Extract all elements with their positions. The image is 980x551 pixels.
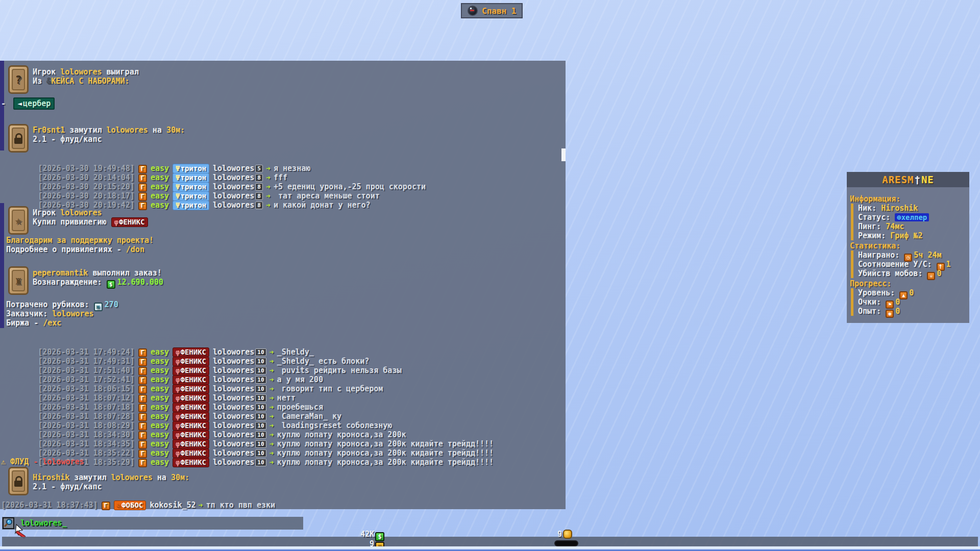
- player-name[interactable]: lolowores: [60, 67, 102, 77]
- player-name[interactable]: lolowores: [213, 375, 254, 384]
- arrow-icon: ➔: [270, 430, 274, 439]
- bank-icon: ♜: [8, 266, 29, 295]
- moderator-badge[interactable]: Г: [138, 459, 147, 467]
- moderator-badge[interactable]: Г: [138, 183, 147, 192]
- moderator-badge[interactable]: Г: [138, 413, 147, 421]
- clan-badge[interactable]: φФЕНИКС: [173, 393, 209, 403]
- player-name[interactable]: lolowores: [213, 430, 254, 439]
- clan-badge[interactable]: ♨ФОБОС: [114, 500, 146, 510]
- player-name[interactable]: lolowores: [213, 201, 254, 210]
- player-name[interactable]: lolowores: [213, 412, 254, 421]
- timestamp: [2026-03-31 18:08:29]: [38, 421, 135, 430]
- rank-label: easy: [151, 201, 169, 210]
- player-name[interactable]: lolowores: [111, 473, 153, 482]
- command-link[interactable]: /exc: [43, 318, 61, 328]
- timestamp: [2026-03-31 18:34:35]: [38, 439, 135, 448]
- moderator-badge[interactable]: Г: [138, 449, 147, 458]
- clan-badge[interactable]: φФЕНИКС: [173, 357, 209, 366]
- warning-icon: ⚠: [1, 457, 10, 466]
- chat-message-row: [2026-03-31 18:37:43]Г♨ФОБОСkokosik_52➔т…: [1, 500, 275, 510]
- prize-badge[interactable]: ◄цербер: [13, 97, 55, 110]
- reward-amount: 12.690.000: [117, 278, 163, 287]
- arrow-icon: ➔: [270, 448, 274, 458]
- clan-badge[interactable]: φФЕНИКС: [173, 384, 209, 394]
- chat-scrollbar-thumb[interactable]: [561, 148, 566, 161]
- clan-badge[interactable]: φФЕНИКС: [173, 430, 209, 440]
- player-name[interactable]: lolowores: [52, 309, 93, 318]
- clan-badge[interactable]: φФЕНИКС: [173, 412, 209, 421]
- moderator-badge[interactable]: Г: [138, 174, 147, 183]
- level-badge: 8: [255, 174, 263, 182]
- clan-badge[interactable]: φФЕНИКС: [173, 403, 209, 412]
- message-text: _Sheldy_: [277, 347, 314, 357]
- player-name[interactable]: kokosik_52: [150, 500, 195, 510]
- clan-badge[interactable]: φФЕНИКС: [173, 366, 209, 375]
- player-name[interactable]: lolowores: [107, 126, 148, 135]
- player-name[interactable]: lolowores: [213, 458, 254, 467]
- moderator-badge[interactable]: Г: [138, 404, 147, 412]
- clan-badge[interactable]: Ψтритон: [173, 182, 209, 192]
- spawn-tab[interactable]: Спавн 1: [461, 3, 523, 18]
- clan-icon: φ: [176, 348, 180, 356]
- clan-badge[interactable]: φФЕНИКС: [173, 439, 209, 449]
- moderator-badge[interactable]: Г: [102, 502, 110, 510]
- clan-badge[interactable]: Ψтритон: [173, 173, 209, 183]
- moderator-badge[interactable]: Г: [138, 394, 147, 403]
- moderator-badge[interactable]: Г: [138, 385, 147, 394]
- moderator-badge[interactable]: Г: [138, 367, 147, 375]
- moderator-badge[interactable]: Г: [138, 165, 147, 173]
- staff-name[interactable]: Hiroshik: [33, 473, 69, 482]
- clan-icon: Ψ: [176, 183, 180, 191]
- clan-badge[interactable]: Ψтритон: [173, 164, 209, 173]
- message-text: я незнаю: [274, 164, 310, 173]
- moderator-badge[interactable]: Г: [138, 192, 147, 201]
- moderator-badge[interactable]: Г: [138, 348, 147, 357]
- player-name[interactable]: lolowores: [213, 357, 254, 366]
- staff-name[interactable]: Fr0snt1: [33, 126, 65, 135]
- clan-badge[interactable]: φФЕНИКС: [173, 448, 209, 458]
- clan-badge[interactable]: φФЕНИКС: [173, 421, 209, 431]
- clan-badge[interactable]: Ψтритон: [173, 201, 209, 210]
- player-name[interactable]: lolowores: [213, 448, 254, 458]
- chat-message-row: [2026-03-30 19:49:48]ГeasyΨтритонlolowor…: [1, 155, 426, 164]
- rank-label: easy: [151, 182, 169, 191]
- player-name[interactable]: lolowores: [213, 393, 254, 403]
- moderator-badge[interactable]: Г: [138, 422, 147, 431]
- search-icon[interactable]: [3, 517, 14, 529]
- moderator-badge[interactable]: Г: [138, 358, 147, 366]
- moderator-badge[interactable]: Г: [138, 431, 147, 440]
- spawn-tab-label: Спавн 1: [482, 6, 516, 16]
- player-name[interactable]: lolowores: [213, 421, 254, 430]
- message-text: проебешься: [277, 403, 323, 412]
- player-name[interactable]: lolowores: [213, 164, 254, 173]
- chat-search-bar[interactable]: lolowores_: [2, 517, 303, 530]
- clan-badge[interactable]: Ψтритон: [173, 191, 209, 201]
- player-name[interactable]: lolowores: [213, 191, 254, 201]
- moderator-badge[interactable]: Г: [138, 376, 147, 385]
- section-heading: Информация:: [850, 194, 967, 204]
- moderator-badge[interactable]: Г: [138, 202, 147, 210]
- clan-badge[interactable]: φФЕНИКС: [173, 375, 209, 385]
- player-name[interactable]: lolowores: [213, 347, 254, 357]
- player-name[interactable]: lolowores: [213, 182, 254, 191]
- arrow-icon: ➔: [266, 164, 271, 173]
- money-icon: $: [107, 280, 115, 289]
- player-name[interactable]: lolowores: [213, 366, 254, 375]
- privilege-badge[interactable]: φФЕНИКС: [111, 217, 148, 227]
- timestamp: [2026-03-30 20:14:04]: [38, 173, 135, 182]
- message-text: +5 едениц урона,-25 проц скорости: [274, 182, 426, 191]
- clan-badge[interactable]: φФЕНИКС: [173, 458, 209, 467]
- timestamp: [2026-03-31 18:06:15]: [38, 384, 135, 393]
- player-name[interactable]: lolowores: [213, 384, 254, 393]
- command-link[interactable]: /don: [126, 245, 144, 254]
- arrow-icon: ➔: [266, 191, 271, 201]
- clan-badge[interactable]: φФЕНИКС: [173, 347, 209, 357]
- player-name[interactable]: peperomantik: [33, 268, 88, 278]
- moderator-badge[interactable]: Г: [138, 440, 147, 449]
- player-name[interactable]: lolowores: [213, 403, 254, 412]
- level-badge: 10: [255, 358, 266, 365]
- player-name[interactable]: lolowores: [213, 439, 254, 448]
- player-name[interactable]: lolowores: [213, 173, 254, 182]
- timestamp: [2026-03-31 17:49:24]: [38, 347, 135, 357]
- player-name[interactable]: lolowores: [60, 208, 102, 217]
